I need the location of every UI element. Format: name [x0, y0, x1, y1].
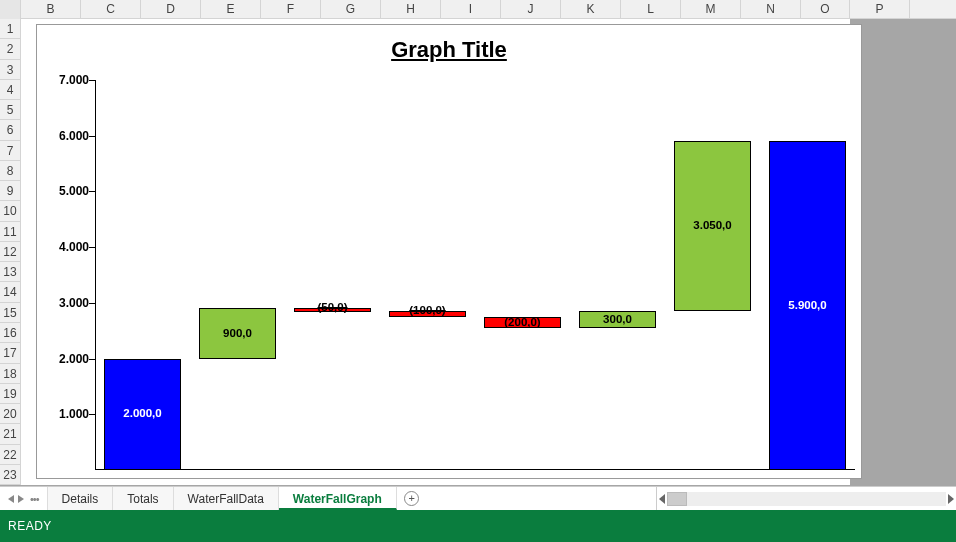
scroll-right-icon[interactable] [948, 494, 954, 504]
row-header-3[interactable]: 3 [0, 60, 20, 80]
row-header-9[interactable]: 9 [0, 181, 20, 201]
sheet-tabs: DetailsTotalsWaterFallDataWaterFallGraph [48, 487, 397, 510]
tab-nav-buttons[interactable]: ••• [0, 487, 48, 510]
column-header-B[interactable]: B [21, 0, 81, 19]
row-header-15[interactable]: 15 [0, 303, 20, 323]
select-all-box[interactable] [0, 0, 21, 19]
bar-label-1: 900,0 [199, 327, 277, 339]
column-header-J[interactable]: J [501, 0, 561, 19]
column-header-E[interactable]: E [201, 0, 261, 19]
row-headers: 1234567891011121314151617181920212223 [0, 19, 21, 485]
column-header-H[interactable]: H [381, 0, 441, 19]
row-header-18[interactable]: 18 [0, 364, 20, 384]
sheet-tab-bar: ••• DetailsTotalsWaterFallDataWaterFallG… [0, 486, 956, 510]
row-header-13[interactable]: 13 [0, 262, 20, 282]
column-header-N[interactable]: N [741, 0, 801, 19]
column-header-C[interactable]: C [81, 0, 141, 19]
bar-label-5: 300,0 [579, 313, 657, 325]
row-header-21[interactable]: 21 [0, 424, 20, 444]
sheet-tab-totals[interactable]: Totals [113, 487, 173, 510]
row-header-8[interactable]: 8 [0, 161, 20, 181]
y-axis [95, 80, 96, 470]
plot-area[interactable]: 1.0002.0003.0004.0005.0006.0007.0002.000… [95, 80, 855, 470]
column-header-O[interactable]: O [801, 0, 850, 19]
bar-label-2: (50,0) [294, 301, 372, 313]
row-header-4[interactable]: 4 [0, 80, 20, 100]
y-tick-label: 7.000 [43, 73, 89, 87]
bar-label-0: 2.000,0 [104, 407, 182, 419]
new-sheet-button[interactable]: + [397, 487, 427, 510]
y-tick-label: 4.000 [43, 240, 89, 254]
row-header-23[interactable]: 23 [0, 465, 20, 485]
scroll-thumb[interactable] [667, 492, 687, 506]
y-tick-label: 3.000 [43, 296, 89, 310]
y-tick-label: 2.000 [43, 352, 89, 366]
column-header-K[interactable]: K [561, 0, 621, 19]
grid-area[interactable]: Graph Title 1.0002.0003.0004.0005.0006.0… [21, 19, 956, 486]
scroll-left-icon[interactable] [659, 494, 665, 504]
scroll-track[interactable] [667, 492, 946, 506]
embedded-chart[interactable]: Graph Title 1.0002.0003.0004.0005.0006.0… [36, 24, 862, 479]
status-bar: READY [0, 510, 956, 542]
column-header-F[interactable]: F [261, 0, 321, 19]
used-range: Graph Title 1.0002.0003.0004.0005.0006.0… [21, 19, 850, 485]
plus-icon: + [404, 491, 419, 506]
column-header-L[interactable]: L [621, 0, 681, 19]
row-header-19[interactable]: 19 [0, 384, 20, 404]
row-header-10[interactable]: 10 [0, 201, 20, 221]
x-axis [95, 469, 855, 470]
row-header-20[interactable]: 20 [0, 404, 20, 424]
row-header-16[interactable]: 16 [0, 323, 20, 343]
bar-label-3: (100,0) [389, 304, 467, 316]
sheet-tab-waterfallgraph[interactable]: WaterFallGraph [279, 487, 397, 510]
row-header-5[interactable]: 5 [0, 100, 20, 120]
horizontal-scrollbar[interactable] [656, 487, 956, 510]
row-header-22[interactable]: 22 [0, 445, 20, 465]
y-tick-label: 6.000 [43, 129, 89, 143]
bar-label-4: (200,0) [484, 316, 562, 328]
y-tick-label: 1.000 [43, 407, 89, 421]
bar-label-6: 3.050,0 [674, 219, 752, 231]
row-header-17[interactable]: 17 [0, 343, 20, 363]
tab-more-icon: ••• [30, 493, 39, 505]
row-header-11[interactable]: 11 [0, 222, 20, 242]
row-header-12[interactable]: 12 [0, 242, 20, 262]
column-header-P[interactable]: P [850, 0, 910, 19]
y-tick-label: 5.000 [43, 184, 89, 198]
tab-prev-icon[interactable] [8, 495, 14, 503]
status-ready: READY [8, 519, 52, 533]
column-headers: BCDEFGHIJKLMNOP [0, 0, 956, 19]
sheet-tab-details[interactable]: Details [48, 487, 114, 510]
bar-label-7: 5.900,0 [769, 299, 847, 311]
column-header-G[interactable]: G [321, 0, 381, 19]
column-header-I[interactable]: I [441, 0, 501, 19]
row-header-2[interactable]: 2 [0, 39, 20, 59]
row-header-14[interactable]: 14 [0, 282, 20, 302]
column-header-D[interactable]: D [141, 0, 201, 19]
tab-next-icon[interactable] [18, 495, 24, 503]
chart-title[interactable]: Graph Title [37, 37, 861, 63]
row-header-7[interactable]: 7 [0, 141, 20, 161]
row-header-1[interactable]: 1 [0, 19, 20, 39]
sheet-tab-waterfalldata[interactable]: WaterFallData [174, 487, 279, 510]
excel-window: BCDEFGHIJKLMNOP 123456789101112131415161… [0, 0, 956, 542]
column-header-M[interactable]: M [681, 0, 741, 19]
row-header-6[interactable]: 6 [0, 120, 20, 140]
